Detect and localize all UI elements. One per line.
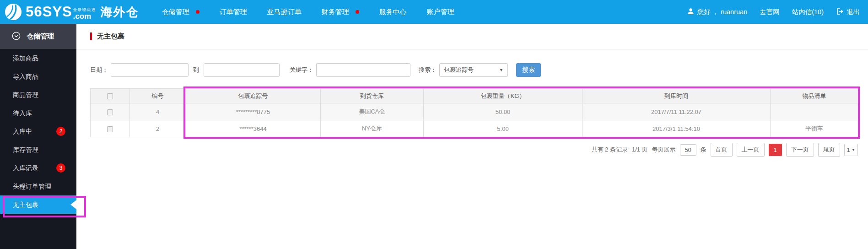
pagination: 共有 2 条记录 1/1 页 每页展示 条 首页 上一页 1 下一页 尾页 1 … bbox=[76, 143, 858, 157]
col-header-no: 编号 bbox=[130, 89, 186, 103]
official-site-label: 去官网 bbox=[760, 8, 780, 16]
sidebar-item-label: 待入库 bbox=[13, 109, 32, 117]
user-icon bbox=[687, 8, 694, 16]
logo-icon bbox=[5, 3, 22, 21]
sidebar-item-unclaimed-packages[interactable]: 无主包裹 bbox=[0, 195, 76, 214]
date-from-input[interactable] bbox=[111, 63, 189, 77]
sidebar-item-label: 无主包裹 bbox=[13, 201, 38, 208]
col-header-warehouse: 到货仓库 bbox=[321, 89, 424, 103]
row-checkbox[interactable] bbox=[107, 126, 113, 132]
count-badge: 3 bbox=[56, 163, 65, 173]
logout-label: 退出 bbox=[846, 8, 860, 16]
nav-amazon-orders[interactable]: 亚马逊订单 bbox=[257, 0, 312, 24]
sidebar-item-inbound-records[interactable]: 入库记录 3 bbox=[0, 159, 76, 177]
keyword-label: 关键字： bbox=[290, 66, 313, 74]
row-checkbox-cell bbox=[91, 120, 130, 137]
official-site-link[interactable]: 去官网 bbox=[760, 8, 780, 16]
next-page-button[interactable]: 下一页 bbox=[786, 143, 814, 157]
col-header-item-list: 物品清单 bbox=[771, 89, 858, 103]
per-page-label: 每页展示 bbox=[652, 146, 676, 154]
prev-page-button[interactable]: 上一页 bbox=[737, 143, 765, 157]
nav-label: 订单管理 bbox=[220, 8, 247, 16]
logo-brand: 56SYS bbox=[26, 4, 72, 20]
packages-table: 编号 包裹追踪号 到货仓库 包裹重量（KG） 到库时间 物品清单 4 *****… bbox=[90, 88, 858, 137]
nav-warehouse-management[interactable]: 仓储管理 bbox=[152, 0, 210, 24]
page-title: 无主包裹 bbox=[97, 32, 124, 41]
keyword-input[interactable] bbox=[316, 63, 410, 77]
title-accent-bar bbox=[90, 32, 92, 40]
date-to-input[interactable] bbox=[204, 63, 280, 77]
col-header-arrival-time: 到库时间 bbox=[582, 89, 771, 103]
row-checkbox[interactable] bbox=[107, 109, 113, 115]
dropdown-arrow-icon: ▼ bbox=[499, 68, 503, 72]
per-page-input[interactable] bbox=[680, 144, 696, 156]
nav-order-management[interactable]: 订单管理 bbox=[210, 0, 257, 24]
search-toolbar: 日期： 到 关键字： 搜索： 包裹追踪号 ▼ 搜索 bbox=[90, 63, 868, 77]
sidebar-item-label: 商品管理 bbox=[13, 91, 38, 98]
logout-link[interactable]: 退出 bbox=[836, 8, 860, 16]
inbox-link[interactable]: 站内信(10) bbox=[792, 8, 824, 16]
page-title-row: 无主包裹 bbox=[76, 24, 868, 49]
first-page-button[interactable]: 首页 bbox=[711, 143, 733, 157]
nav-service-center[interactable]: 服务中心 bbox=[369, 0, 417, 24]
sidebar-item-label: 入库记录 bbox=[13, 164, 38, 172]
sidebar-item-pending-inbound[interactable]: 待入库 bbox=[0, 104, 76, 122]
sidebar-item-first-leg-orders[interactable]: 头程订单管理 bbox=[0, 177, 76, 195]
topbar-right: 您好 ， ruanruan 去官网 站内信(10) 退出 bbox=[687, 8, 860, 16]
main-nav: 仓储管理 订单管理 亚马逊订单 财务管理 服务中心 账户管理 bbox=[152, 0, 464, 24]
sidebar-item-label: 入库中 bbox=[13, 128, 32, 135]
nav-label: 仓储管理 bbox=[162, 8, 189, 16]
logout-icon bbox=[836, 8, 843, 16]
per-page-unit-label: 条 bbox=[701, 146, 706, 154]
nav-account-management[interactable]: 账户管理 bbox=[417, 0, 464, 24]
page-count-text: 1/1 页 bbox=[632, 146, 648, 154]
logo-product-name: 海外仓 bbox=[101, 4, 139, 20]
logo-tagline: 全景物流通 bbox=[73, 7, 96, 13]
cell-weight: 50.00 bbox=[424, 103, 582, 120]
date-to-label: 到 bbox=[193, 66, 199, 74]
search-type-selected-value: 包裹追踪号 bbox=[444, 66, 474, 74]
sidebar-header-warehouse[interactable]: 仓储管理 bbox=[0, 24, 76, 49]
cell-arrival-time: 2017/3/1 11:54:10 bbox=[582, 120, 771, 137]
nav-label: 账户管理 bbox=[427, 8, 454, 16]
table-header-row: 编号 包裹追踪号 到货仓库 包裹重量（KG） 到库时间 物品清单 bbox=[91, 89, 858, 103]
col-header-tracking: 包裹追踪号 bbox=[186, 89, 321, 103]
cell-no: 2 bbox=[130, 120, 186, 137]
cell-item-list bbox=[771, 103, 858, 120]
user-greeting[interactable]: 您好 ， ruanruan bbox=[687, 8, 748, 16]
logo: 56SYS 全景物流通 .com 海外仓 bbox=[5, 3, 139, 21]
search-type-select[interactable]: 包裹追踪号 ▼ bbox=[439, 63, 508, 77]
search-type-label: 搜索： bbox=[419, 66, 437, 74]
select-all-checkbox[interactable] bbox=[107, 93, 113, 99]
header-checkbox-cell bbox=[91, 89, 130, 103]
nav-finance-management[interactable]: 财务管理 bbox=[312, 0, 369, 24]
page-jump-select[interactable]: 1 ▼ bbox=[844, 144, 858, 156]
notification-dot-icon bbox=[196, 10, 199, 14]
sidebar: 仓储管理 添加商品 导入商品 商品管理 待入库 入库中 2 库存管理 入库记录 … bbox=[0, 24, 76, 249]
records-total-text: 共有 2 条记录 bbox=[591, 146, 627, 154]
main-content: 无主包裹 日期： 到 关键字： 搜索： 包裹追踪号 ▼ 搜索 编号 包裹追踪号 … bbox=[76, 24, 868, 249]
sidebar-item-import-product[interactable]: 导入商品 bbox=[0, 67, 76, 86]
page-jump-value: 1 bbox=[847, 146, 850, 153]
nav-label: 财务管理 bbox=[322, 8, 349, 16]
current-page-button[interactable]: 1 bbox=[769, 144, 782, 156]
sidebar-item-add-product[interactable]: 添加商品 bbox=[0, 49, 76, 67]
table-row: 2 ******3644 NY仓库 5.00 2017/3/1 11:54:10… bbox=[91, 120, 858, 137]
search-button[interactable]: 搜索 bbox=[516, 63, 541, 77]
sidebar-item-inventory-management[interactable]: 库存管理 bbox=[0, 141, 76, 159]
sidebar-item-label: 导入商品 bbox=[13, 73, 38, 80]
table-row: 4 *********8775 美国CA仓 50.00 2017/7/11 11… bbox=[91, 103, 858, 120]
chevron-down-circle-icon bbox=[12, 32, 21, 42]
sidebar-item-product-management[interactable]: 商品管理 bbox=[0, 86, 76, 104]
cell-no: 4 bbox=[130, 103, 186, 120]
col-header-weight: 包裹重量（KG） bbox=[424, 89, 582, 103]
row-checkbox-cell bbox=[91, 103, 130, 120]
last-page-button[interactable]: 尾页 bbox=[818, 143, 840, 157]
nav-label: 亚马逊订单 bbox=[267, 8, 302, 16]
date-label: 日期： bbox=[90, 66, 108, 74]
cell-tracking: *********8775 bbox=[186, 103, 321, 120]
cell-tracking: ******3644 bbox=[186, 120, 321, 137]
sidebar-item-inbound-in-progress[interactable]: 入库中 2 bbox=[0, 122, 76, 141]
logo-domain: .com bbox=[73, 13, 92, 20]
sidebar-header-label: 仓储管理 bbox=[27, 32, 54, 41]
